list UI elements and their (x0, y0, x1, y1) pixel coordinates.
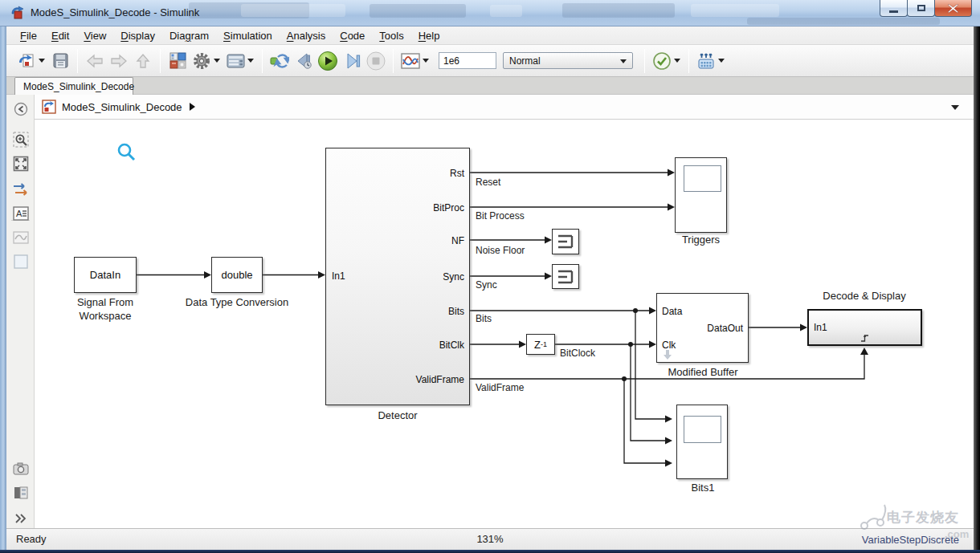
expand-palette-button[interactable] (12, 510, 30, 527)
background-window-ghost (691, 4, 779, 17)
annotation-icon: A (13, 206, 29, 221)
port-dataout: DataOut (707, 322, 743, 335)
status-solver: VariableStepDiscrete (862, 534, 959, 546)
port-validframe: ValidFrame (416, 373, 464, 386)
block-decode-display[interactable]: In1 (807, 309, 922, 346)
update-diagram-button[interactable] (267, 49, 292, 73)
simulink-window: ModeS_Simulink_Decode - Simulink File Ed… (0, 0, 980, 553)
forward-button[interactable] (107, 49, 131, 73)
menu-view[interactable]: View (76, 30, 113, 42)
desktop-taskbar-edge (0, 550, 980, 553)
block-unit-delay[interactable]: Z-1 (526, 334, 555, 355)
maximize-button[interactable] (907, 0, 935, 17)
block-detector[interactable]: In1 Rst BitProc NF Sync Bits BitClk Vali… (325, 148, 470, 405)
menu-code[interactable]: Code (333, 30, 372, 42)
new-model-dropdown[interactable] (39, 59, 45, 63)
up-button[interactable] (131, 49, 155, 73)
menu-diagram[interactable]: Diagram (162, 30, 216, 42)
new-model-button[interactable] (14, 49, 39, 73)
signal-label-sync: Sync (476, 279, 497, 291)
menu-analysis[interactable]: Analysis (280, 30, 333, 42)
menu-file[interactable]: File (13, 30, 44, 42)
signal-viewer-icon (13, 231, 29, 244)
signal-viewer-button[interactable] (12, 229, 30, 246)
hide-browser-button[interactable] (12, 100, 30, 118)
model-configuration-dropdown[interactable] (247, 59, 254, 63)
menu-tools[interactable]: Tools (372, 30, 410, 42)
block-noise-floor-sink[interactable] (552, 229, 579, 254)
scope-screen (684, 165, 721, 192)
trigger-port-icon (860, 333, 870, 343)
block-bits1-scope[interactable] (676, 405, 728, 479)
window-title: ModeS_Simulink_Decode - Simulink (31, 0, 199, 26)
step-forward-button[interactable] (340, 49, 364, 73)
block-caption-data-type-conversion: Data Type Conversion (165, 295, 309, 309)
data-inspector-dropdown[interactable] (423, 59, 429, 63)
build-dropdown[interactable] (718, 59, 725, 63)
library-browser-button[interactable] (165, 49, 190, 73)
step-back-icon (294, 51, 313, 71)
route-signals-button[interactable] (12, 181, 30, 198)
port-in1: In1 (814, 321, 827, 334)
fit-to-view-button[interactable] (12, 155, 30, 173)
block-modified-buffer[interactable]: Data Clk DataOut (656, 293, 749, 363)
model-browser-button[interactable] (12, 484, 30, 502)
search-icon[interactable] (116, 141, 138, 164)
signal-label-bitprocess: Bit Process (476, 210, 525, 222)
annotation-button[interactable]: A (12, 205, 30, 222)
background-window-ghost (747, 18, 940, 25)
settings-button[interactable] (190, 49, 214, 73)
route-signals-icon (13, 182, 29, 197)
model-configuration-button[interactable] (223, 49, 247, 73)
breadcrumb-model-name[interactable]: ModeS_Simulink_Decode (62, 101, 182, 113)
title-bar[interactable]: ModeS_Simulink_Decode - Simulink (0, 0, 980, 26)
signal-label-validframe: ValidFrame (476, 382, 524, 393)
build-button[interactable] (694, 49, 718, 73)
screenshot-button[interactable] (12, 460, 30, 478)
zoom-selection-icon (13, 132, 29, 148)
status-bar: Ready 131% VariableStepDiscrete (6, 528, 974, 550)
model-file-icon (42, 100, 56, 114)
chevron-down-icon (620, 59, 627, 63)
back-button[interactable] (83, 49, 107, 73)
stop-button[interactable] (364, 49, 388, 73)
toolbar-separator (393, 49, 394, 73)
close-button[interactable] (934, 0, 972, 17)
back-circle-icon (14, 102, 28, 116)
run-button[interactable] (316, 49, 340, 73)
sim-mode-select[interactable]: Normal (503, 52, 633, 69)
zoom-selection-button[interactable] (12, 131, 30, 148)
scope-screen (684, 416, 721, 443)
tab-bar: ModeS_Simulink_Decode (6, 77, 974, 95)
sim-mode-value: Normal (509, 55, 541, 67)
block-signal-from-workspace[interactable]: DataIn (74, 257, 137, 293)
run-icon (317, 51, 338, 71)
menu-simulation[interactable]: Simulation (216, 30, 280, 42)
build-icon (696, 51, 716, 71)
menu-display[interactable]: Display (113, 30, 162, 42)
up-icon (135, 52, 151, 70)
settings-dropdown[interactable] (214, 59, 220, 63)
window-right-border (974, 26, 980, 550)
area-box-button[interactable] (12, 253, 30, 270)
breadcrumb-dropdown[interactable] (951, 105, 959, 110)
save-button[interactable] (48, 49, 72, 73)
signal-label-bits: Bits (476, 313, 492, 324)
block-text: double (221, 269, 252, 281)
block-data-type-conversion[interactable]: double (211, 257, 263, 293)
menu-help[interactable]: Help (411, 30, 447, 42)
block-sync-sink[interactable] (552, 264, 579, 289)
toolbar-separator (77, 49, 78, 73)
model-advisor-button[interactable] (650, 49, 674, 73)
step-back-button[interactable] (292, 49, 316, 73)
tab-model[interactable]: ModeS_Simulink_Decode (14, 77, 133, 95)
menu-edit[interactable]: Edit (44, 30, 76, 42)
block-triggers-scope[interactable] (675, 157, 727, 233)
minimize-button[interactable] (880, 0, 908, 17)
background-window-ghost (370, 4, 466, 18)
data-inspector-button[interactable] (398, 49, 423, 73)
sample-time-arrow-icon (663, 350, 672, 360)
model-advisor-dropdown[interactable] (674, 59, 680, 63)
close-icon (948, 4, 958, 13)
stop-time-input[interactable] (439, 52, 496, 69)
